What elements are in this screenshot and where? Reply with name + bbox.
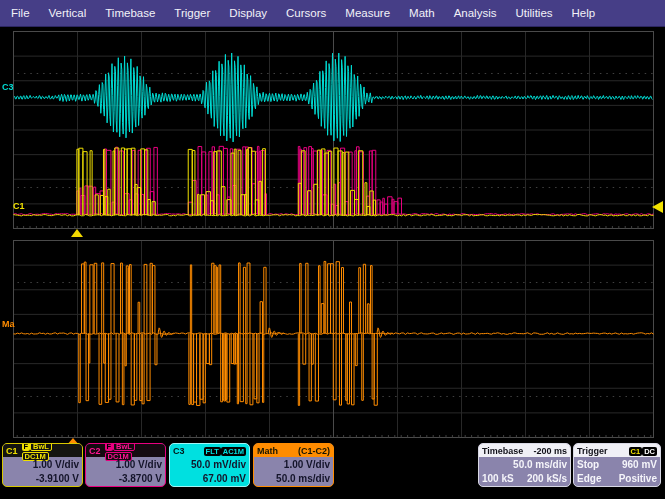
c3-offset: 67.00 mV [203, 472, 246, 486]
menu-item-help[interactable]: Help [572, 7, 596, 19]
math-volts-per-div: 1.00 V/div [284, 458, 330, 472]
channel-header-c3: C3 FLTAC1M [170, 444, 249, 457]
channel-header-c2: C2 FBwLDC1M [86, 444, 165, 457]
math-label: Math [257, 446, 278, 456]
timebase-sample-rate: 200 kS/s [527, 472, 567, 486]
c1-bwl-badge: BwL [30, 443, 52, 451]
menu-item-timebase[interactable]: Timebase [105, 7, 155, 19]
math-body: 1.00 V/div 50.0 ms/div [254, 457, 333, 485]
timebase-offset: -200 ms [533, 446, 567, 456]
channel-badges-c3: FLTAC1M [204, 446, 246, 456]
channel-body-c2: 1.00 V/div -3.8700 V [86, 457, 165, 485]
trigger-level: 960 mV [622, 458, 657, 472]
menu-item-cursors[interactable]: Cursors [286, 7, 326, 19]
menu-item-trigger[interactable]: Trigger [174, 7, 210, 19]
trigger-type: Edge [577, 472, 601, 486]
menu-item-display[interactable]: Display [229, 7, 267, 19]
trigger-body: Stop960 mV EdgePositive [574, 457, 660, 485]
c2-volts-per-div: 1.00 V/div [116, 458, 162, 472]
waveform-display[interactable] [0, 28, 665, 448]
c3-volts-per-div: 50.0 mV/div [191, 458, 246, 472]
trigger-descriptor[interactable]: Trigger C1DC Stop960 mV EdgePositive [573, 443, 661, 487]
trace-label-math[interactable]: Ma [2, 320, 15, 329]
c3-flt-badge: FLT [204, 447, 221, 456]
menu-bar: FileVerticalTimebaseTriggerDisplayCursor… [0, 0, 665, 27]
c2-bwl-badge: BwL [113, 443, 135, 451]
trigger-mode: Stop [577, 458, 599, 472]
trigger-badges: C1DC [629, 446, 657, 456]
menu-item-math[interactable]: Math [409, 7, 435, 19]
timebase-time-per-div: 50.0 ms/div [513, 458, 567, 472]
channel-label-c1: C1 [6, 446, 18, 456]
channel-label-c3: C3 [173, 446, 185, 456]
trigger-header: Trigger C1DC [574, 444, 660, 457]
menu-item-analysis[interactable]: Analysis [454, 7, 497, 19]
math-time-per-div: 50.0 ms/div [276, 472, 330, 486]
c1-offset: -3.9100 V [36, 472, 79, 486]
menu-item-utilities[interactable]: Utilities [515, 7, 552, 19]
c1-f-badge: F [22, 443, 31, 451]
trigger-c1-badge: C1 [629, 447, 643, 456]
c2-f-badge: F [105, 443, 114, 451]
channel-descriptor-c2[interactable]: C2 FBwLDC1M 1.00 V/div -3.8700 V [85, 443, 166, 487]
trigger-time-marker-upper-icon[interactable] [71, 229, 83, 237]
c2-offset: -3.8700 V [119, 472, 162, 486]
channel-descriptor-c3-selected[interactable]: C3 FLTAC1M 50.0 mV/div 67.00 mV [169, 443, 250, 487]
channel-body-c3: 50.0 mV/div 67.00 mV [170, 457, 249, 485]
menu-item-measure[interactable]: Measure [345, 7, 390, 19]
c1-volts-per-div: 1.00 V/div [33, 458, 79, 472]
status-bar: C1 FBwLDC1M 1.00 V/div -3.9100 V C2 FBwL… [0, 441, 665, 499]
trigger-dc-badge: DC [642, 447, 657, 456]
trigger-slope: Positive [619, 472, 657, 486]
channel-label-c2: C2 [89, 446, 101, 456]
timebase-descriptor[interactable]: Timebase -200 ms 50.0 ms/div 100 kS200 k… [478, 443, 571, 487]
trigger-level-arrow-icon[interactable] [652, 201, 663, 213]
math-header: Math (C1-C2) [254, 444, 333, 457]
trace-label-c3[interactable]: C3 [2, 83, 14, 92]
timebase-samples: 100 kS [482, 472, 514, 486]
menu-item-file[interactable]: File [11, 7, 30, 19]
trace-label-c1[interactable]: C1 [13, 202, 25, 211]
math-function: (C1-C2) [298, 446, 330, 456]
menu-item-vertical[interactable]: Vertical [49, 7, 87, 19]
timebase-body: 50.0 ms/div 100 kS200 kS/s [479, 457, 570, 485]
c3-ac1m-badge: AC1M [221, 447, 246, 456]
channel-body-c1: 1.00 V/div -3.9100 V [3, 457, 82, 485]
trigger-label: Trigger [577, 446, 608, 456]
timebase-header: Timebase -200 ms [479, 444, 570, 457]
channel-header-c1: C1 FBwLDC1M [3, 444, 82, 457]
math-descriptor[interactable]: Math (C1-C2) 1.00 V/div 50.0 ms/div [253, 443, 334, 487]
timebase-label: Timebase [482, 446, 523, 456]
channel-descriptor-c1[interactable]: C1 FBwLDC1M 1.00 V/div -3.9100 V [2, 443, 83, 487]
